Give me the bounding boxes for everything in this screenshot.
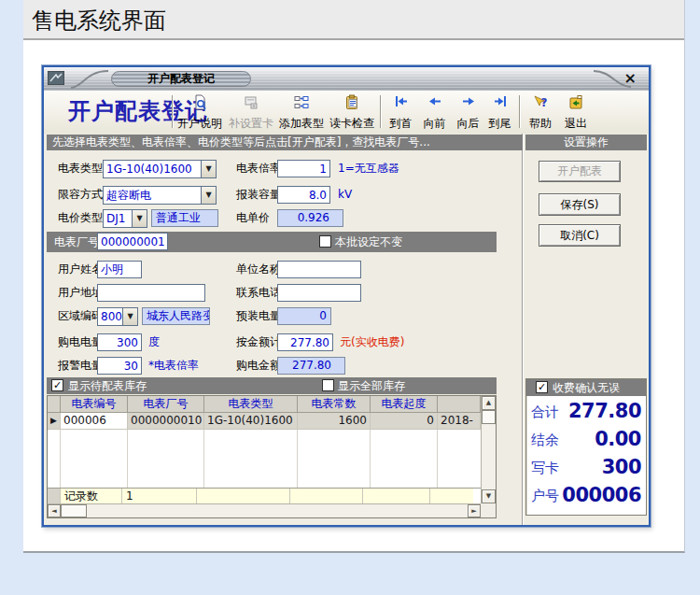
open-account-help-button[interactable]: 开户说明 [175, 94, 224, 130]
doc-search-icon [192, 94, 207, 113]
col-header-meter-no[interactable]: 电表编号 [61, 396, 128, 413]
content-card: 售电系统界面 开户配表登记 × 开户配表登记 开户说明 [23, 0, 685, 553]
limit-mode-select[interactable]: 超容断电 ▼ [103, 186, 217, 205]
factory-no-input[interactable] [97, 233, 168, 250]
go-prev-button[interactable]: 向前 [419, 94, 450, 130]
arrow-right-icon [461, 94, 476, 111]
col-header-meter-type[interactable]: 电表类型 [204, 396, 298, 413]
chevron-down-icon[interactable]: ▼ [201, 161, 216, 177]
capacity-unit: kV [338, 186, 352, 204]
cell-meter-const: 1600 [298, 413, 371, 430]
capacity-input[interactable] [277, 186, 330, 204]
chevron-down-icon[interactable]: ▼ [132, 210, 147, 227]
batch-fixed-checkbox[interactable] [319, 235, 331, 248]
scroll-down-icon[interactable]: ▼ [482, 489, 496, 503]
window-icon [48, 71, 64, 89]
area-code-select[interactable]: 8001 ▼ [97, 307, 138, 326]
page-header: 售电系统界面 [23, 0, 684, 40]
col-header-factory-no[interactable]: 电表厂号 [128, 396, 204, 413]
scroll-up-icon[interactable]: ▲ [482, 396, 496, 410]
limit-mode-label: 限容方式 [58, 186, 103, 204]
purchase-energy-label: 购电电量 [58, 333, 103, 351]
exit-button[interactable]: 退出 [560, 94, 592, 130]
col-header-date[interactable] [438, 396, 481, 413]
toolbar-separator [172, 95, 174, 128]
table-header-row: 电表编号 电表厂号 电表类型 电表常数 电表起度 [48, 396, 496, 413]
alarm-energy-input[interactable] [97, 357, 142, 375]
page-title: 售电系统界面 [32, 6, 166, 35]
help-icon: ? [533, 94, 548, 112]
org-name-input[interactable] [277, 261, 361, 278]
show-all-checkbox[interactable] [322, 379, 334, 391]
balance-value: 0.00 [595, 428, 641, 450]
write-card-value: 300 [602, 456, 641, 478]
toolbar-separator [519, 95, 521, 128]
record-count-value: 1 [122, 489, 197, 504]
cell-factory-no: 0000000010 [128, 413, 204, 430]
go-next-button[interactable]: 向后 [453, 94, 483, 130]
scroll-right-icon[interactable]: ► [468, 504, 481, 517]
scroll-left-icon[interactable]: ◄ [48, 504, 61, 517]
meter-type-select[interactable]: 1G-10(40)1600 ▼ [103, 160, 217, 178]
fee-confirm-checkbox[interactable]: ✓ [536, 381, 548, 393]
horizontal-scroll-thumb[interactable] [61, 504, 87, 517]
cell-meter-start: 0 [371, 413, 438, 430]
by-amount-note: 元(实收电费) [340, 333, 404, 351]
read-card-check-button[interactable]: 读卡检查 [328, 94, 376, 130]
address-input[interactable] [97, 284, 205, 302]
vertical-scrollbar[interactable]: ▲ ▼ [481, 396, 496, 503]
meter-type-label: 电表类型 [58, 160, 103, 177]
show-pending-label: 显示待配表库存 [68, 377, 147, 394]
save-button[interactable]: 保存(S) [539, 193, 621, 216]
cancel-button[interactable]: 取消(C) [539, 224, 621, 247]
app-window: 开户配表登记 × 开户配表登记 开户说明 补设置卡 添加表型 [42, 65, 651, 527]
arrow-left-icon [427, 94, 442, 111]
first-icon [394, 94, 409, 111]
meter-ratio-hint: 1=无互感器 [338, 160, 399, 177]
fee-confirm-label: 收费确认无误 [553, 379, 620, 396]
area-code-label: 区域编码 [58, 307, 103, 325]
meter-table: 电表编号 电表厂号 电表类型 电表常数 电表起度 ▶ 000006 000000… [47, 395, 497, 518]
go-last-button[interactable]: 到尾 [484, 94, 515, 130]
col-header-meter-const[interactable]: 电表常数 [298, 396, 371, 413]
show-all-label: 显示全部库存 [338, 377, 405, 394]
org-name-label: 单位名称 [236, 261, 281, 278]
meter-ratio-input[interactable] [277, 160, 330, 177]
panel-divider [522, 134, 524, 525]
limit-mode-value: 超容断电 [104, 187, 201, 204]
col-header-meter-start[interactable]: 电表起度 [371, 396, 438, 413]
add-meter-type-icon [294, 94, 309, 113]
go-first-button[interactable]: 到首 [385, 94, 416, 130]
user-name-input[interactable] [97, 261, 142, 278]
totals-box: ✓ 收费确认无误 合计 277.80 结余 0.00 写卡 300 户号 000… [525, 378, 647, 516]
table-row[interactable]: ▶ 000006 0000000010 1G-10(40)1600 1600 0… [48, 413, 496, 430]
balance-label: 结余 [531, 432, 559, 449]
svg-text:?: ? [541, 96, 548, 109]
close-button[interactable]: × [624, 69, 637, 87]
table-empty-area [48, 430, 496, 488]
show-pending-checkbox[interactable]: ✓ [51, 379, 63, 391]
chevron-down-icon[interactable]: ▼ [122, 308, 137, 325]
purchase-energy-unit: 度 [148, 333, 160, 351]
account-no-label: 户号 [531, 488, 559, 505]
price-type-select[interactable]: DJ1 ▼ [103, 209, 147, 228]
purchase-energy-input[interactable] [97, 333, 142, 351]
phone-input[interactable] [277, 284, 361, 302]
exit-icon [568, 94, 583, 112]
alarm-energy-label: 报警电量 [58, 357, 103, 375]
cell-date: 2018- [438, 413, 481, 430]
horizontal-scrollbar[interactable]: ◄ ► [48, 503, 481, 517]
area-code-desc: 城东人民路变 [142, 307, 210, 325]
chevron-down-icon[interactable]: ▼ [201, 187, 216, 204]
user-name-label: 用户姓名 [58, 261, 103, 278]
price-type-desc: 普通工业 [151, 209, 218, 227]
preset-energy-value: 0 [277, 307, 331, 325]
vertical-scroll-thumb[interactable] [482, 410, 496, 424]
by-amount-label: 按金额计 [236, 333, 281, 351]
unit-price-value: 0.926 [277, 209, 343, 227]
purchase-amount-label: 购电金额 [236, 357, 281, 375]
add-meter-type-button[interactable]: 添加表型 [277, 94, 326, 130]
by-amount-input[interactable] [277, 333, 333, 351]
row-selector-header [48, 396, 61, 413]
help-button[interactable]: ? 帮助 [524, 94, 557, 130]
